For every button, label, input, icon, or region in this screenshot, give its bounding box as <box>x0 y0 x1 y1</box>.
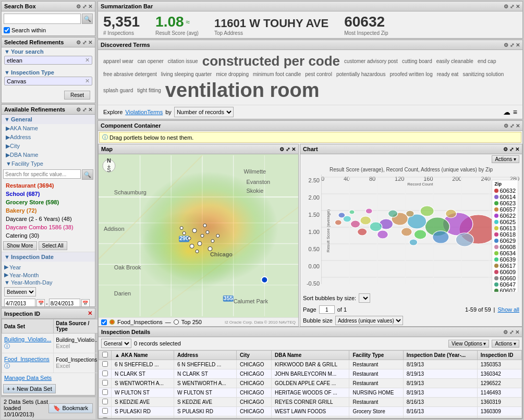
map-settings-icon[interactable]: ⚙ <box>279 146 284 152</box>
map-close-icon[interactable]: ✕ <box>291 146 296 152</box>
col-inspection-date[interactable]: Inspection Date (Year-... <box>403 351 477 360</box>
sort-select[interactable] <box>359 293 370 303</box>
from-date-input[interactable] <box>4 299 35 306</box>
map-layer-checkbox[interactable] <box>101 319 107 325</box>
view-options-button[interactable]: View Options ▾ <box>448 340 490 348</box>
show-more-button[interactable]: Show More <box>3 241 37 250</box>
chart-close-icon[interactable]: ✕ <box>515 146 519 152</box>
facility-school[interactable]: School (687) <box>2 190 95 198</box>
term-constructed-per-code[interactable]: constructed per code <box>202 53 340 69</box>
avail-ref-close-icon[interactable]: ✕ <box>88 107 92 113</box>
avail-ref-settings-icon[interactable]: ⚙ <box>76 107 81 113</box>
term-free-abrasive[interactable]: free abrasive detergent <box>103 71 157 77</box>
bookmark-button[interactable]: 🔖 Bookmark <box>48 403 93 413</box>
terms-expand-icon[interactable]: ⤢ <box>510 42 514 48</box>
map-expand-icon[interactable]: ⤢ <box>286 146 290 152</box>
inspection-id-close[interactable]: ✕ <box>88 310 92 317</box>
food-inspections-link[interactable]: Food_Inspections <box>4 356 50 362</box>
insp-det-expand-icon[interactable]: ⤢ <box>509 329 514 335</box>
inspection-type-label[interactable]: ▼Inspection Type <box>4 69 92 76</box>
general-section[interactable]: ▼General <box>2 115 95 124</box>
term-proofed-written[interactable]: proofed written log <box>389 71 432 77</box>
facility-search-input[interactable] <box>3 169 81 179</box>
col-aka-name[interactable]: ▲ AKA Name <box>112 351 174 360</box>
insp-actions-button[interactable]: Actions ▾ <box>492 340 519 348</box>
term-cutting-board[interactable]: cutting board <box>402 58 432 64</box>
chart-actions-button[interactable]: Actions ▾ <box>492 155 519 163</box>
map-body[interactable]: 290 355 <box>99 154 298 317</box>
from-date-calendar[interactable]: 📅 <box>36 299 45 306</box>
row-checkbox[interactable] <box>102 370 108 376</box>
col-city[interactable]: City <box>236 351 271 360</box>
search-box-expand-icon[interactable]: ⤢ <box>82 4 87 9</box>
facility-daycare[interactable]: Daycare (2 - 6 Years) (48) <box>2 215 95 223</box>
dba-name-item[interactable]: ▶DBA Name <box>2 151 95 159</box>
terms-settings-icon[interactable]: ⚙ <box>504 42 508 48</box>
term-pest-control[interactable]: pest control <box>305 71 332 77</box>
col-inspection-id[interactable]: Inspection ID <box>477 351 521 360</box>
summ-expand-icon[interactable]: ⤢ <box>510 4 514 9</box>
page-input[interactable] <box>319 305 335 314</box>
term-apparel-wear[interactable]: apparel wear <box>103 58 133 64</box>
avail-ref-expand-icon[interactable]: ⤢ <box>82 107 87 113</box>
facility-bakery[interactable]: Bakery (72) <box>2 206 95 215</box>
insp-det-close-icon[interactable]: ✕ <box>515 329 519 335</box>
building-violations-link[interactable]: Building_Violatio... <box>4 336 51 342</box>
facility-type-item[interactable]: ▼Facility Type <box>2 159 95 168</box>
summ-settings-icon[interactable]: ⚙ <box>504 4 508 9</box>
selected-ref-expand-icon[interactable]: ⤢ <box>82 40 87 45</box>
your-search-label[interactable]: ▼Your search <box>4 48 92 55</box>
cc-expand-icon[interactable]: ⤢ <box>510 123 514 129</box>
year-month-sub[interactable]: ▶ Year-Month <box>4 271 92 279</box>
reset-button[interactable]: Reset <box>64 91 90 100</box>
select-all-button[interactable]: Select All <box>39 241 67 250</box>
list-view-icon[interactable]: ≡ <box>513 108 517 116</box>
term-customer-advisory[interactable]: customer advisory post <box>344 58 398 64</box>
row-checkbox[interactable] <box>102 361 108 367</box>
show-all-link[interactable]: Show all <box>497 306 519 313</box>
row-checkbox[interactable] <box>102 408 108 414</box>
chart-settings-icon[interactable]: ⚙ <box>503 146 508 152</box>
search-box-settings-icon[interactable]: ⚙ <box>76 4 81 9</box>
term-ready-eat[interactable]: ready eat <box>437 71 459 77</box>
col-address[interactable]: Address <box>174 351 236 360</box>
search-box-close-icon[interactable]: ✕ <box>88 4 92 9</box>
cc-settings-icon[interactable]: ⚙ <box>504 123 508 129</box>
aka-name-item[interactable]: ▶AKA Name <box>2 124 95 133</box>
selected-ref-settings-icon[interactable]: ⚙ <box>76 40 81 45</box>
search-within-checkbox[interactable] <box>4 27 10 33</box>
col-dba-name[interactable]: DBA Name <box>271 351 349 360</box>
search-input[interactable] <box>4 14 81 24</box>
term-living-sleeping[interactable]: living sleeping quarter <box>161 71 212 77</box>
manage-datasets-link[interactable]: Manage Data Sets <box>2 373 95 382</box>
term-ventilation-room[interactable]: ventilation room <box>165 79 320 102</box>
select-all-rows[interactable] <box>102 352 108 357</box>
cc-close-icon[interactable]: ✕ <box>516 123 520 129</box>
new-dataset-button[interactable]: + + New Data Set <box>3 384 56 393</box>
to-date-input[interactable] <box>49 299 80 306</box>
to-date-calendar[interactable]: 📅 <box>81 299 90 306</box>
year-date-sub[interactable]: ▶ Year <box>4 263 92 271</box>
row-checkbox[interactable] <box>102 399 108 404</box>
term-potentially-hazardous[interactable]: potentially hazardous <box>336 71 386 77</box>
facility-restaurant[interactable]: Restaurant (3694) <box>2 181 95 190</box>
row-checkbox[interactable] <box>102 417 108 418</box>
term-end-cap[interactable]: end cap <box>478 58 496 64</box>
row-checkbox[interactable] <box>102 380 108 386</box>
row-checkbox[interactable] <box>102 389 108 395</box>
insp-general-select[interactable]: General <box>101 339 131 348</box>
term-mice-dropping[interactable]: mice dropping <box>216 71 249 77</box>
facility-daycare-combo[interactable]: Daycare Combo 1586 (38) <box>2 223 95 231</box>
selected-ref-close-icon[interactable]: ✕ <box>88 40 92 45</box>
building-info-icon[interactable]: ⓘ <box>4 343 10 349</box>
chart-expand-icon[interactable]: ⤢ <box>509 146 514 152</box>
search-value-remove[interactable]: ✕ <box>85 57 90 64</box>
facility-search-button[interactable]: 🔍 <box>82 169 93 180</box>
canvas-remove[interactable]: ✕ <box>85 78 90 84</box>
insp-det-settings-icon[interactable]: ⚙ <box>503 329 508 335</box>
bubble-size-select[interactable]: Address (unique values) <box>335 316 403 325</box>
term-can-opener[interactable]: can opener <box>138 58 164 64</box>
search-button[interactable]: 🔍 <box>82 14 93 24</box>
between-select[interactable]: Between <box>4 287 36 297</box>
address-item[interactable]: ▶Address <box>2 133 95 142</box>
